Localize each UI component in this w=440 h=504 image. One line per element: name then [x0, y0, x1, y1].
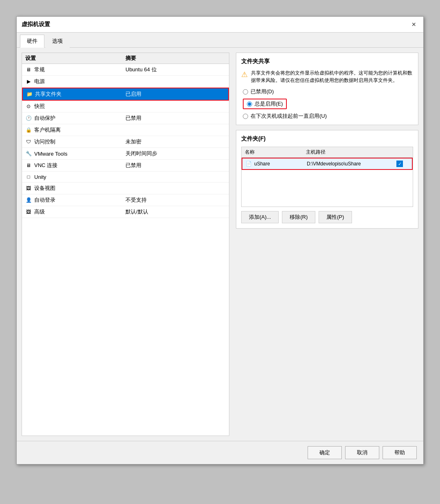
settings-item-autologin[interactable]: 👤 自动登录 不受支持 — [22, 194, 229, 206]
settings-item-power[interactable]: ▶ 电源 — [22, 76, 229, 88]
vmware-tools-summary: 关闭时间同步 — [125, 150, 226, 157]
general-label: 常规 — [34, 66, 45, 73]
settings-list: 🖥 常规 Ubuntu 64 位 ▶ 电源 📁 — [22, 64, 229, 218]
access-control-summary: 未加密 — [125, 138, 226, 145]
col-setting-label: 设置 — [25, 55, 125, 62]
settings-item-access-control[interactable]: 🛡 访问控制 未加密 — [22, 136, 229, 148]
folder-path: D:\VMdevelopiso\uShare — [307, 161, 396, 167]
folder-buttons: 添加(A)... 移除(R) 属性(P) — [241, 211, 413, 223]
settings-item-vnc[interactable]: 🖥 VNC 连接 已禁用 — [22, 160, 229, 172]
folder-table-container: 名称 主机路径 📄 uShare D:\VMdevelopiso\uShare … — [241, 147, 413, 207]
shared-folders-summary: 已启用 — [125, 90, 225, 98]
settings-item-vmware-tools[interactable]: 🔧 VMware Tools 关闭时间同步 — [22, 148, 229, 160]
col-name-label: 名称 — [245, 149, 306, 156]
col-path-label: 主机路径 — [306, 149, 409, 156]
warning-box: ⚠ 共享文件夹会将您的文件显示给虚拟机中的程序。这可能为您的计算机和数据带来风险… — [241, 69, 413, 84]
properties-button[interactable]: 属性(P) — [319, 211, 352, 223]
title-bar: 虚拟机设置 × — [17, 17, 423, 33]
power-icon: ▶ — [25, 78, 32, 85]
access-control-icon: 🛡 — [25, 139, 32, 145]
tab-options[interactable]: 选项 — [45, 35, 70, 48]
folders-title: 文件夹(F) — [241, 135, 413, 143]
guest-isolation-icon: 🔒 — [25, 127, 32, 133]
folder-table-row[interactable]: 📄 uShare D:\VMdevelopiso\uShare ✓ — [242, 158, 413, 170]
shared-folders-label: 共享文件夹 — [35, 90, 62, 98]
general-summary: Ubuntu 64 位 — [125, 66, 226, 73]
vmware-tools-icon: 🔧 — [25, 150, 32, 157]
radio-always-enabled-input[interactable] — [247, 101, 252, 107]
folder-table-header: 名称 主机路径 — [242, 147, 413, 158]
settings-item-general[interactable]: 🖥 常规 Ubuntu 64 位 — [22, 64, 229, 76]
warning-icon: ⚠ — [241, 69, 248, 84]
settings-item-shared-folders[interactable]: 📁 共享文件夹 已启用 — [22, 88, 229, 101]
settings-list-header: 设置 摘要 — [22, 53, 229, 64]
vnc-icon: 🖥 — [25, 162, 32, 169]
autologin-icon: 👤 — [25, 197, 32, 203]
advanced-icon: 🖼 — [25, 209, 32, 215]
virtual-machine-settings-dialog: 虚拟机设置 × 硬件 选项 设置 摘要 🖥 常规 Ubuntu 64 位 — [16, 16, 424, 464]
help-button[interactable]: 帮助 — [383, 446, 417, 459]
vnc-summary: 已禁用 — [125, 162, 226, 169]
shared-folder-icon: 📁 — [26, 91, 33, 97]
settings-item-device-view[interactable]: 🖼 设备视图 — [22, 183, 229, 194]
folder-table-body: 📄 uShare D:\VMdevelopiso\uShare ✓ — [242, 158, 413, 207]
settings-list-panel: 设置 摘要 🖥 常规 Ubuntu 64 位 ▶ 电源 — [22, 53, 229, 436]
device-view-icon: 🖼 — [25, 185, 32, 191]
cancel-button[interactable]: 取消 — [345, 446, 379, 459]
folder-file-icon: 📄 — [246, 161, 252, 167]
vnc-label: VNC 连接 — [34, 162, 57, 169]
file-sharing-title: 文件夹共享 — [241, 58, 413, 65]
file-sharing-section: 文件夹共享 ⚠ 共享文件夹会将您的文件显示给虚拟机中的程序。这可能为您的计算机和… — [236, 53, 418, 125]
add-button[interactable]: 添加(A)... — [241, 211, 279, 223]
settings-item-snapshots[interactable]: ⊙ 快照 — [22, 101, 229, 112]
advanced-label: 高级 — [34, 208, 45, 216]
radio-disabled[interactable]: 已禁用(D) — [243, 88, 413, 95]
settings-item-autoprotect[interactable]: 🕐 自动保护 已禁用 — [22, 112, 229, 124]
bottom-bar: 确定 取消 帮助 — [17, 441, 423, 464]
settings-item-guest-isolation[interactable]: 🔒 客户机隔离 — [22, 124, 229, 136]
radio-disabled-label: 已禁用(D) — [251, 88, 274, 95]
radio-always-enabled-box: 总是启用(E) — [243, 99, 287, 109]
col-summary-label: 摘要 — [125, 55, 226, 62]
autologin-label: 自动登录 — [34, 196, 55, 204]
warning-text: 共享文件夹会将您的文件显示给虚拟机中的程序。这可能为您的计算机和数据带来风险。请… — [251, 69, 413, 84]
power-label: 电源 — [34, 78, 45, 85]
remove-button[interactable]: 移除(R) — [282, 211, 315, 223]
unity-label: Unity — [34, 174, 46, 180]
snapshots-label: 快照 — [34, 103, 45, 110]
unity-icon: □ — [25, 174, 32, 180]
dialog-title: 虚拟机设置 — [22, 21, 50, 28]
vmware-tools-label: VMware Tools — [34, 151, 67, 157]
radio-group: 已禁用(D) 总是启用(E) 在下次关机或挂起前一直启用(U) — [243, 88, 413, 120]
device-view-label: 设备视图 — [34, 185, 55, 192]
advanced-summary: 默认/默认 — [125, 208, 226, 216]
radio-until-shutdown[interactable]: 在下次关机或挂起前一直启用(U) — [243, 112, 413, 120]
autoprotect-summary: 已禁用 — [125, 114, 226, 122]
autoprotect-icon: 🕐 — [25, 115, 32, 121]
folder-checkbox[interactable]: ✓ — [396, 161, 403, 167]
right-panel: 文件夹共享 ⚠ 共享文件夹会将您的文件显示给虚拟机中的程序。这可能为您的计算机和… — [236, 53, 418, 436]
folder-name: uShare — [254, 161, 270, 167]
radio-always-enabled[interactable]: 总是启用(E) — [243, 99, 413, 109]
content-area: 设置 摘要 🖥 常规 Ubuntu 64 位 ▶ 电源 — [17, 48, 423, 441]
autologin-summary: 不受支持 — [125, 196, 226, 204]
access-control-label: 访问控制 — [34, 138, 55, 145]
folders-section: 文件夹(F) 名称 主机路径 📄 uShare D:\VMde — [236, 130, 418, 229]
settings-item-advanced[interactable]: 🖼 高级 默认/默认 — [22, 206, 229, 218]
radio-until-shutdown-input[interactable] — [243, 114, 248, 119]
tabs-bar: 硬件 选项 — [17, 33, 423, 48]
guest-isolation-label: 客户机隔离 — [34, 126, 61, 134]
ok-button[interactable]: 确定 — [308, 446, 342, 459]
radio-always-enabled-label: 总是启用(E) — [255, 100, 283, 108]
settings-item-unity[interactable]: □ Unity — [22, 172, 229, 183]
radio-until-shutdown-label: 在下次关机或挂起前一直启用(U) — [251, 112, 327, 120]
general-icon: 🖥 — [25, 66, 32, 73]
radio-disabled-input[interactable] — [243, 89, 248, 95]
snapshot-icon: ⊙ — [25, 103, 32, 110]
tab-hardware[interactable]: 硬件 — [20, 35, 44, 48]
close-button[interactable]: × — [409, 20, 418, 29]
autoprotect-label: 自动保护 — [34, 114, 55, 122]
